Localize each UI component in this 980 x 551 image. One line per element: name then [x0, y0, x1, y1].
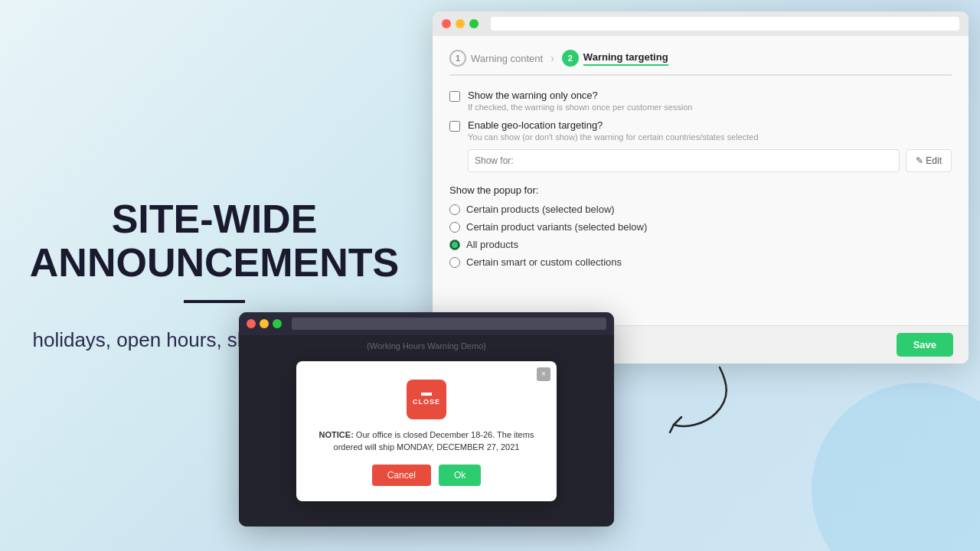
geo-targeting-col: Enable geo-location targeting? You can s… [468, 119, 759, 142]
show-once-label: Show the warning only once? [468, 90, 692, 101]
radio-row-certain-variants: Certain product variants (selected below… [449, 221, 952, 233]
step-2: 2 Warning targeting [562, 50, 668, 67]
radio-collections-label: Certain smart or custom collections [466, 256, 622, 268]
browser-demo-titlebar [239, 312, 614, 335]
modal-cancel-button[interactable]: Cancel [372, 465, 431, 486]
headline: SITE-WIDE ANNOUNCEMENTS [30, 197, 399, 285]
save-button[interactable]: Save [897, 333, 953, 357]
modal-overlay: × NOTICE: Our office is closed December … [239, 335, 614, 527]
minimize-dot[interactable] [456, 19, 465, 28]
headline-line2: ANNOUNCEMENTS [30, 240, 399, 285]
radio-certain-products[interactable] [449, 204, 460, 215]
step-1-label: Warning content [471, 53, 543, 64]
radio-all-products[interactable] [449, 240, 460, 250]
demo-close-dot[interactable] [247, 319, 256, 328]
show-once-hint: If checked, the warning is shown once pe… [468, 103, 692, 112]
geo-targeting-row: Enable geo-location targeting? You can s… [449, 119, 952, 142]
radio-row-certain-products: Certain products (selected below) [449, 204, 952, 215]
radio-certain-variants[interactable] [449, 222, 460, 233]
radio-row-all-products: All products [449, 239, 952, 250]
show-for-row: ✎ Edit [468, 149, 952, 172]
modal-notice-text: NOTICE: Our office is closed December 18… [312, 429, 541, 454]
arrow-annotation [643, 360, 735, 439]
step-2-label: Warning targeting [583, 51, 668, 66]
step-1-circle: 1 [449, 50, 466, 67]
browser-main-window: 1 Warning content › 2 Warning targeting … [433, 11, 969, 364]
demo-minimize-dot[interactable] [260, 319, 269, 328]
close-dot[interactable] [442, 19, 451, 28]
show-once-checkbox[interactable] [449, 91, 460, 102]
show-once-row: Show the warning only once? If checked, … [449, 90, 952, 112]
modal-icon [312, 380, 541, 419]
step-2-circle: 2 [562, 50, 579, 67]
divider [184, 300, 245, 303]
radio-group: Certain products (selected below) Certai… [449, 204, 952, 268]
modal: × NOTICE: Our office is closed December … [296, 361, 557, 501]
modal-notice-prefix: NOTICE: [319, 430, 354, 439]
modal-notice-body: Our office is closed December 18-26. The… [334, 430, 534, 452]
show-popup-label: Show the popup for: [449, 184, 952, 196]
deco-circle [812, 383, 980, 551]
browser-demo-content: {Working Hours Warning Demo} × NOTICE: O… [239, 335, 614, 527]
show-once-col: Show the warning only once? If checked, … [468, 90, 692, 112]
maximize-dot[interactable] [469, 19, 479, 28]
radio-row-collections: Certain smart or custom collections [449, 256, 952, 268]
modal-ok-button[interactable]: Ok [439, 465, 481, 486]
close-sign [407, 380, 446, 419]
browser-demo-window: {Working Hours Warning Demo} × NOTICE: O… [239, 312, 614, 527]
modal-buttons: Cancel Ok [312, 465, 541, 486]
radio-collections[interactable] [449, 257, 460, 268]
modal-close-btn[interactable]: × [537, 367, 550, 381]
geo-targeting-hint: You can show (or don't show) the warning… [468, 132, 759, 142]
radio-all-products-label: All products [466, 239, 518, 250]
demo-url-bar[interactable] [292, 318, 606, 330]
step-1: 1 Warning content [449, 50, 543, 67]
edit-button[interactable]: ✎ Edit [906, 149, 952, 172]
url-bar[interactable] [491, 17, 959, 31]
headline-line1: SITE-WIDE [112, 197, 318, 241]
demo-maximize-dot[interactable] [273, 319, 282, 328]
geo-targeting-checkbox[interactable] [449, 121, 460, 132]
edit-label: ✎ Edit [916, 155, 942, 166]
radio-certain-variants-label: Certain product variants (selected below… [466, 221, 647, 233]
geo-targeting-label: Enable geo-location targeting? [468, 119, 759, 131]
browser-titlebar [433, 11, 969, 36]
stepper: 1 Warning content › 2 Warning targeting [449, 50, 952, 76]
radio-certain-products-label: Certain products (selected below) [466, 204, 615, 215]
step-arrow: › [550, 52, 554, 64]
show-for-input[interactable] [468, 149, 900, 172]
